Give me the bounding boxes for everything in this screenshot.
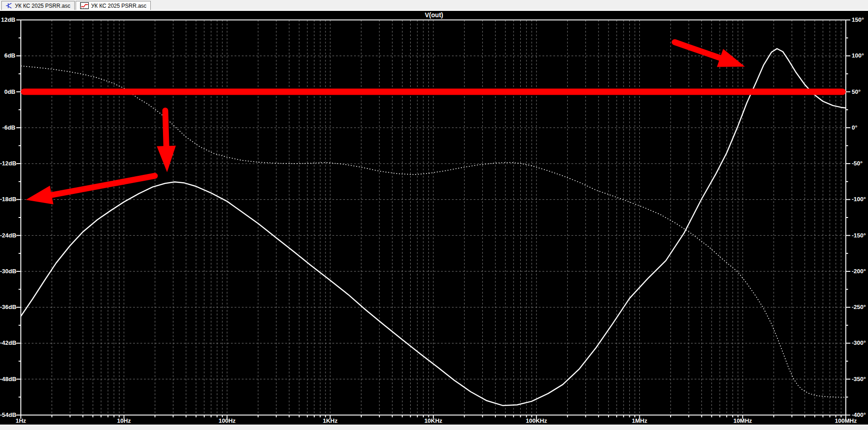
- status-bar: [0, 425, 868, 430]
- arrow-to-peak: [717, 49, 745, 67]
- annotation-arrow-shaft: [50, 176, 155, 195]
- annotation-arrow-shaft: [675, 42, 722, 58]
- annotation-arrow-shaft: [165, 111, 166, 148]
- plot-canvas[interactable]: [0, 0, 868, 430]
- arrow-to-minus18db: [26, 186, 53, 204]
